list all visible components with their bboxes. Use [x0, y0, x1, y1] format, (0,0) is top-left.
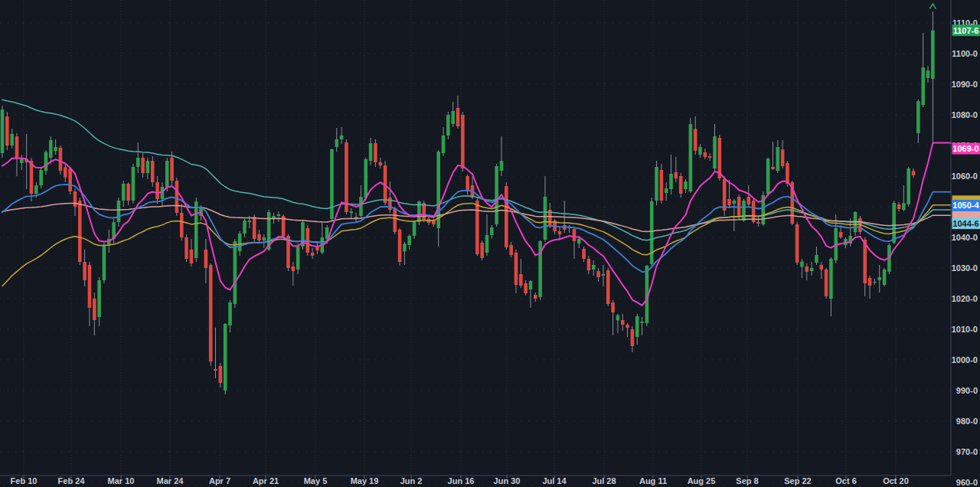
- candle-body: [587, 259, 591, 270]
- candle-body: [228, 302, 232, 325]
- candle-body: [214, 369, 217, 371]
- price-axis-label: 1030-0: [952, 263, 978, 273]
- candle-body: [103, 245, 106, 280]
- price-axis-label: 960-0: [956, 478, 978, 487]
- candle-body: [916, 101, 920, 133]
- candle-body: [596, 271, 600, 277]
- candle-body: [39, 170, 43, 185]
- candle-body: [606, 270, 610, 304]
- time-axis-label: Feb 24: [58, 476, 86, 485]
- candle-body: [393, 208, 397, 232]
- candle-body: [694, 129, 697, 150]
- candle-body: [621, 320, 625, 325]
- candle-body: [868, 278, 872, 286]
- candle-body: [675, 172, 678, 178]
- candle-body: [534, 295, 537, 299]
- time-axis-label: Mar 10: [108, 476, 135, 485]
- time-axis-label: Apr 21: [253, 476, 279, 485]
- time-axis-label: Aug 25: [688, 476, 716, 485]
- candle-body: [679, 176, 683, 194]
- candle-body: [253, 217, 256, 239]
- last-price-badge-label: 1107-6: [953, 26, 979, 35]
- candle-body: [461, 115, 465, 168]
- candle-body: [558, 231, 562, 234]
- candle-body: [54, 147, 57, 151]
- candle-body: [364, 159, 368, 198]
- candle-body: [660, 170, 664, 201]
- candle-body: [345, 142, 348, 212]
- candle-body: [209, 265, 213, 361]
- candle-body: [369, 143, 373, 161]
- candle-body: [810, 268, 814, 271]
- candle-body: [374, 143, 377, 162]
- candle-body: [194, 201, 198, 258]
- candle-body: [906, 168, 910, 204]
- candle-body: [819, 265, 823, 270]
- time-axis-label: Jun 2: [400, 476, 423, 485]
- candle-body: [727, 199, 731, 205]
- dotted-grid: [0, 0, 951, 482]
- candle-body: [490, 227, 494, 235]
- candle-body: [170, 158, 174, 181]
- candle-body: [68, 168, 72, 191]
- time-axis-label: Jun 16: [448, 476, 475, 485]
- candle-body: [892, 203, 896, 243]
- candle-body: [224, 324, 227, 391]
- candle-body: [931, 31, 935, 79]
- price-axis-label: 1080-0: [952, 110, 978, 119]
- candle-body: [602, 274, 606, 276]
- candle-body: [665, 188, 668, 193]
- price-axis-label: 1100-0: [952, 49, 978, 58]
- candle-body: [640, 322, 644, 323]
- candle-body: [59, 148, 63, 171]
- candle-body: [902, 203, 906, 210]
- candle-body: [15, 136, 19, 159]
- candle-body: [190, 250, 194, 263]
- candle-body: [49, 140, 53, 158]
- candle-body: [475, 201, 479, 254]
- candle-body: [713, 136, 717, 168]
- candle-body: [456, 108, 460, 126]
- candle-body: [684, 181, 688, 189]
- candle-body: [180, 213, 184, 237]
- candle-body: [204, 250, 208, 268]
- candle-body: [243, 221, 247, 234]
- candle-body: [635, 316, 639, 337]
- chart-canvas[interactable]: 1110-01100-01090-01080-01070-01060-01050…: [0, 0, 980, 487]
- candle-body: [5, 116, 9, 145]
- candle-body: [723, 179, 727, 211]
- candle-body: [800, 262, 804, 267]
- candle-body: [248, 221, 252, 222]
- candle-body: [378, 162, 382, 165]
- time-axis-label: May 19: [351, 476, 379, 485]
- candle-body: [616, 315, 620, 321]
- candle-body: [669, 174, 673, 189]
- candle-body: [781, 149, 785, 166]
- last-candle-high-marker: [929, 4, 936, 9]
- candle-body: [185, 237, 188, 259]
- time-axis-label: Oct 20: [883, 476, 909, 485]
- candle-body: [146, 161, 150, 173]
- time-axis-label: Apr 7: [209, 476, 230, 485]
- price-axis[interactable]: 1110-01100-01090-01080-01070-01060-01050…: [951, 0, 980, 487]
- candle-body: [912, 171, 916, 175]
- time-axis-label: Oct 6: [835, 476, 857, 485]
- candle-body: [485, 235, 489, 253]
- candle-body: [611, 302, 615, 312]
- candle-body: [446, 115, 450, 136]
- time-axis-label: Sep 22: [784, 476, 811, 485]
- candle-body: [442, 136, 446, 153]
- time-axis[interactable]: Feb 10Feb 24Mar 10Mar 24Apr 7Apr 21May 5…: [0, 476, 951, 485]
- candle-body: [93, 299, 96, 320]
- price-axis-label: 1010-0: [952, 325, 978, 334]
- candle-body: [238, 234, 242, 251]
- candle-body: [219, 366, 223, 383]
- candle-body: [349, 211, 353, 213]
- candle-body: [883, 270, 887, 285]
- candle-body: [829, 259, 833, 299]
- candle-body: [815, 255, 818, 263]
- candle-body: [786, 163, 789, 184]
- candle-body: [151, 161, 155, 182]
- candle-body: [524, 283, 528, 293]
- candle-body: [505, 186, 508, 247]
